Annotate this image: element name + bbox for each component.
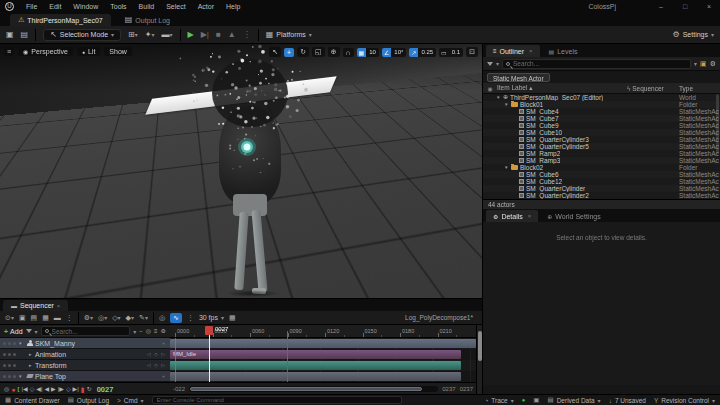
- output-log-button[interactable]: ▤ Output Log: [68, 396, 109, 404]
- loop-button[interactable]: ↻: [87, 386, 92, 392]
- column-item-label[interactable]: Item Label ▴: [497, 84, 627, 92]
- outliner-row-sm-quartercylinder3[interactable]: SM_QuarterCylinder3StaticMeshActor: [483, 136, 720, 143]
- browse-sequence-icon[interactable]: ▤: [31, 314, 38, 321]
- platforms-dropdown[interactable]: ▦ Platforms ▾: [266, 31, 312, 39]
- track-key-controls[interactable]: +: [162, 373, 166, 379]
- restore-button[interactable]: □: [680, 3, 690, 10]
- scrollbar-thumb[interactable]: [190, 387, 422, 391]
- playhead-marker[interactable]: [205, 326, 213, 335]
- outliner-row-sm-cube12[interactable]: SM_Cube12StaticMeshActor: [483, 178, 720, 185]
- select-tool[interactable]: ↖: [269, 47, 281, 57]
- close-icon[interactable]: ×: [529, 48, 533, 54]
- track-toggle-icons[interactable]: [3, 353, 16, 356]
- eye-icon[interactable]: ◉: [483, 85, 497, 92]
- edit-mode-icon[interactable]: ✎▾: [139, 314, 148, 321]
- track-row-skm-manny[interactable]: ▾SKM_Manny+: [0, 338, 170, 349]
- chevron-down-icon[interactable]: ▾: [133, 328, 136, 335]
- move-tool[interactable]: +: [284, 48, 294, 57]
- more-icon[interactable]: ⋮: [187, 314, 194, 321]
- cmd-dropdown[interactable]: > Cmd ▾: [117, 397, 144, 404]
- menu-build[interactable]: Build: [139, 3, 155, 10]
- tab-output-log[interactable]: ▤ Output Log: [117, 14, 178, 26]
- close-icon[interactable]: ×: [57, 303, 61, 309]
- camera-icon[interactable]: ▦: [42, 314, 49, 321]
- tab-level[interactable]: ⚠ ThirdPersonMap_Sec07: [10, 14, 111, 26]
- track-searchbox[interactable]: [41, 326, 131, 336]
- key-all-icon[interactable]: ◆▾: [126, 314, 134, 321]
- sequencer-timeline[interactable]: 00000030006000900120015001800210 MM_Idle…: [170, 325, 476, 395]
- playback-options-icon[interactable]: ◎: [4, 386, 9, 392]
- playback-start-marker[interactable]: [175, 338, 176, 382]
- surface-snap-toggle[interactable]: ∩: [343, 48, 354, 57]
- timeline-scrollbar[interactable]: [189, 386, 438, 392]
- settings-dropdown[interactable]: ⚙ Settings ▾: [673, 31, 714, 39]
- track-key-controls[interactable]: +: [162, 340, 166, 346]
- sequencer-vertical-scrollbar[interactable]: [476, 325, 482, 395]
- play-button[interactable]: ▶: [188, 31, 194, 39]
- chevron-down-icon[interactable]: ▾: [694, 60, 697, 67]
- stop-button[interactable]: ■: [216, 31, 221, 39]
- outliner-row-sm-cube6[interactable]: SM_Cube6StaticMeshActor: [483, 171, 720, 178]
- add-actor-button[interactable]: ⊞▾: [128, 31, 138, 39]
- trace-dropdown[interactable]: ◔ Trace ▾: [484, 397, 513, 404]
- derived-data-dropdown[interactable]: ▤ Derived Data ▾: [548, 396, 601, 404]
- step-forward-button[interactable]: |▶: [58, 386, 64, 392]
- outliner-row-sm-ramp3[interactable]: SM_Ramp3StaticMeshActor: [483, 157, 720, 164]
- to-start-button[interactable]: |◀: [21, 386, 27, 392]
- menu-tools[interactable]: Tools: [110, 3, 126, 10]
- outliner-row-block01[interactable]: ▾Block01Folder: [483, 101, 720, 108]
- outliner-row-sm-cube4[interactable]: SM_Cube4StaticMeshActor: [483, 108, 720, 115]
- viewport-menu-icon[interactable]: ≡: [4, 47, 14, 56]
- viewport[interactable]: + ≡ ◉ Perspective ● Lit Show ↖ + ↻ ◱ ⊕ ∩…: [0, 44, 482, 298]
- track-filter-icon[interactable]: [26, 329, 32, 333]
- column-type[interactable]: Type: [679, 85, 720, 92]
- timeline-lane[interactable]: [170, 360, 476, 371]
- working-range-end[interactable]: 0237: [460, 386, 473, 392]
- track-key-controls[interactable]: ◁ ◇ ▷: [147, 351, 166, 357]
- current-frame-display[interactable]: 0027: [97, 385, 114, 394]
- outliner-row-sm-cube7[interactable]: SM_Cube7StaticMeshActor: [483, 115, 720, 122]
- new-folder-icon[interactable]: ▣: [700, 60, 707, 67]
- lit-dropdown[interactable]: ● Lit: [77, 47, 100, 56]
- grid-snap-toggle[interactable]: ▦ 10: [357, 48, 379, 57]
- play-reverse-button[interactable]: ◀: [44, 386, 49, 392]
- menu-edit[interactable]: Edit: [49, 3, 61, 10]
- playback-end-marker[interactable]: [287, 331, 288, 382]
- track-row-transform[interactable]: ▸Transform◁ ◇ ▷: [0, 360, 170, 371]
- maximize-viewport-button[interactable]: ⊡: [466, 47, 478, 57]
- cinematics-button[interactable]: ▬▾: [162, 31, 173, 39]
- outliner-row-sm-cube10[interactable]: SM_Cube10StaticMeshActor: [483, 129, 720, 136]
- tab-world-settings[interactable]: ⊕ World Settings: [540, 210, 607, 222]
- track-toggle-icons[interactable]: [3, 364, 16, 367]
- clip-bar[interactable]: MM_Idle: [170, 350, 461, 359]
- track-row-plane-top[interactable]: ▾Plane Top+: [0, 371, 170, 382]
- outliner-row-block02[interactable]: ▾Block02Folder: [483, 164, 720, 171]
- skip-button[interactable]: ▶|: [201, 31, 209, 39]
- sequence-name[interactable]: Log_PolyDecompose1*: [405, 314, 477, 321]
- unsaved-button[interactable]: ↓ 7 Unsaved: [609, 397, 646, 404]
- expander-icon[interactable]: ▾: [19, 373, 25, 379]
- outliner-row-sm-quartercylinder2[interactable]: SM_QuarterCylinder2StaticMeshActor: [483, 192, 720, 199]
- outliner-row-sm-quartercylinder[interactable]: SM_QuarterCylinderStaticMeshActor: [483, 185, 720, 192]
- view-range-start[interactable]: -022: [173, 386, 185, 392]
- track-search-input[interactable]: [52, 328, 127, 335]
- to-end-button[interactable]: ▶|: [73, 386, 79, 392]
- clip-bar[interactable]: [170, 372, 461, 381]
- tab-levels[interactable]: ▤ Levels: [542, 45, 585, 57]
- close-button[interactable]: ×: [704, 3, 714, 10]
- record-button[interactable]: ●: [11, 386, 15, 393]
- world-dropdown-icon[interactable]: ⊙▾: [5, 314, 14, 321]
- curve-editor-button[interactable]: ∿: [170, 313, 182, 323]
- expand-icon[interactable]: ◎: [146, 328, 151, 334]
- collapse-icon[interactable]: −: [139, 328, 143, 334]
- outliner-searchbox[interactable]: [502, 59, 691, 69]
- scale-tool[interactable]: ◱: [312, 47, 325, 57]
- pin-icon[interactable]: ◎: [159, 314, 165, 321]
- show-dropdown[interactable]: Show: [104, 47, 132, 56]
- clip-bar[interactable]: [170, 361, 461, 370]
- keyframe-options-icon[interactable]: ◎▾: [98, 314, 107, 321]
- selection-mode-dropdown[interactable]: ↖ Selection Mode ▾: [43, 29, 121, 41]
- timeline-lane[interactable]: MM_Idle: [170, 349, 476, 360]
- filter-chip-static-mesh-actor[interactable]: Static Mesh Actor: [487, 73, 550, 82]
- auto-key-icon[interactable]: ◇▾: [112, 314, 120, 321]
